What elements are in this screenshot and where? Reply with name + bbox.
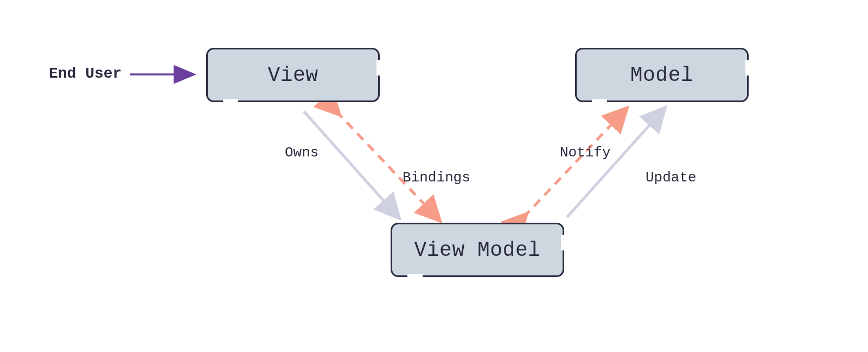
arrow-bindings — [336, 111, 437, 217]
node-view-model-label: View Model — [414, 238, 540, 262]
label-owns: Owns — [285, 144, 318, 161]
label-bindings: Bindings — [403, 169, 470, 186]
node-view-model: View Model — [391, 223, 564, 277]
node-view: View — [206, 48, 380, 102]
arrow-update — [567, 111, 662, 217]
arrow-owns — [304, 111, 396, 215]
node-model-label: Model — [630, 64, 694, 87]
node-model: Model — [575, 48, 749, 102]
arrow-notify — [524, 111, 624, 217]
node-view-label: View — [267, 64, 318, 87]
label-update: Update — [646, 169, 697, 186]
label-end-user: End User — [49, 65, 122, 82]
mvvm-diagram: View Model View Model End User Owns Bind… — [0, 0, 868, 352]
label-notify: Notify — [560, 144, 611, 161]
